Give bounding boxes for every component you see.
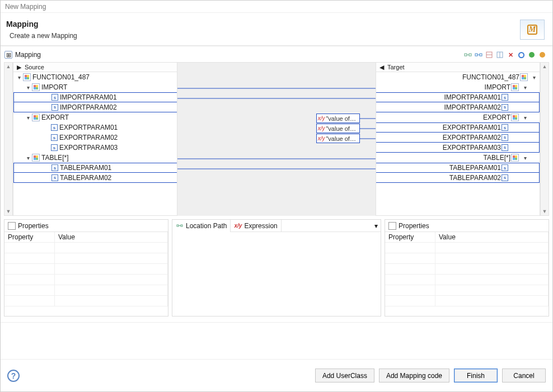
mapping-editor: ⊞ Mapping ✕ ▲▼ ▶ Source ▾FUNCTION01_487 … — [1, 46, 552, 323]
wizard-banner-icon: M — [520, 20, 545, 40]
svg-rect-17 — [177, 225, 179, 226]
cancel-button[interactable]: Cancel — [502, 369, 546, 382]
target-tree: ▾FUNCTION01_487 ▾IMPORT sIMPORTPARAM01 s… — [376, 72, 540, 216]
expression-icon: x/y — [234, 222, 242, 230]
col-value: Value — [435, 232, 549, 243]
target-import-param-1[interactable]: sIMPORTPARAM01 — [376, 92, 540, 102]
source-label: Source — [25, 64, 44, 70]
add-userclass-button[interactable]: Add UserClass — [315, 369, 374, 382]
source-properties-panel: Properties Property Value — [4, 219, 168, 317]
target-table-param-2[interactable]: sTABLEPARAM02 — [376, 173, 540, 183]
properties-icon — [8, 222, 16, 230]
target-export[interactable]: ▾EXPORT — [376, 112, 540, 122]
mapping-label: Mapping — [15, 51, 41, 59]
toolbar-action-3[interactable] — [485, 50, 494, 59]
mapping-icon: ⊞ — [4, 50, 13, 59]
window-titlebar: New Mapping — [1, 1, 552, 13]
mapping-canvas[interactable]: x/y"value of… x/y"value of… x/y"value of… — [177, 62, 376, 216]
toolbar-action-4[interactable] — [495, 50, 504, 59]
window-title: New Mapping — [5, 3, 46, 11]
source-export-param-2[interactable]: sEXPORTPARAM02 — [13, 133, 177, 143]
source-tree: ▾FUNCTION01_487 ▾IMPORT sIMPORTPARAM01 s… — [13, 72, 177, 216]
target-table[interactable]: ▾TABLE[*] — [376, 153, 540, 163]
source-export[interactable]: ▾EXPORT — [13, 112, 177, 122]
tab-location-path[interactable]: Location Path — [172, 220, 231, 232]
svg-rect-3 — [475, 54, 477, 56]
value-box-2[interactable]: x/y"value of… — [316, 124, 360, 133]
source-properties-table: Property Value — [4, 232, 168, 306]
page-subtitle: Create a new Mapping — [10, 32, 77, 40]
finish-button[interactable]: Finish — [454, 369, 498, 382]
target-panel: ◀ Target ▾FUNCTION01_487 ▾IMPORT sIMPORT… — [376, 62, 540, 216]
col-property: Property — [4, 232, 55, 243]
source-table[interactable]: ▾TABLE[*] — [13, 153, 177, 163]
page-title: Mapping — [6, 20, 77, 29]
tabbar: Location Path x/yExpression ▾ — [172, 220, 381, 232]
center-body — [172, 232, 381, 316]
target-header-icon: ◀ — [378, 64, 385, 70]
target-export-param-3[interactable]: sEXPORTPARAM03 — [376, 143, 540, 153]
mapping-toolbar: ⊞ Mapping ✕ — [4, 49, 549, 61]
toolbar-action-2[interactable] — [474, 50, 483, 59]
add-mapping-code-button[interactable]: Add Mapping code — [379, 369, 449, 382]
toolbar-status-orange-icon[interactable] — [538, 50, 547, 59]
help-button[interactable]: ? — [7, 370, 20, 382]
toolbar-delete-icon[interactable]: ✕ — [506, 50, 515, 59]
target-header: ◀ Target — [376, 62, 540, 72]
properties-title: Properties — [399, 222, 429, 230]
value-box-3[interactable]: x/y"value of… — [316, 134, 360, 143]
source-header: ▶ Source — [13, 62, 177, 72]
value-box-1[interactable]: x/y"value of… — [316, 114, 360, 123]
wizard-footer: ? Add UserClass Add Mapping code Finish … — [1, 359, 552, 391]
target-import-param-2[interactable]: sIMPORTPARAM02 — [376, 102, 540, 112]
location-path-icon — [176, 222, 184, 230]
source-import[interactable]: ▾IMPORT — [13, 82, 177, 92]
target-label: Target — [387, 64, 405, 70]
target-export-param-1[interactable]: sEXPORTPARAM01 — [376, 122, 540, 133]
tab-expression[interactable]: x/yExpression — [231, 220, 281, 232]
svg-rect-4 — [480, 54, 482, 56]
target-table-param-1[interactable]: sTABLEPARAM01 — [376, 163, 540, 173]
source-import-param-1[interactable]: sIMPORTPARAM01 — [13, 92, 177, 102]
toolbar-status-green-icon[interactable] — [527, 50, 536, 59]
toolbar-refresh-icon[interactable] — [517, 50, 526, 59]
col-value: Value — [55, 232, 168, 243]
properties-icon — [388, 222, 396, 230]
center-tabs-panel: Location Path x/yExpression ▾ — [172, 219, 381, 317]
target-import[interactable]: ▾IMPORT — [376, 82, 540, 92]
source-scrollbar[interactable]: ▲▼ — [4, 62, 13, 216]
source-header-icon: ▶ — [16, 64, 22, 70]
source-export-param-1[interactable]: sEXPORTPARAM01 — [13, 122, 177, 133]
svg-rect-1 — [469, 54, 471, 56]
tabbar-dropdown[interactable]: ▾ — [372, 222, 381, 230]
source-import-param-2[interactable]: sIMPORTPARAM02 — [13, 102, 177, 112]
source-root[interactable]: ▾FUNCTION01_487 — [13, 72, 177, 82]
svg-rect-18 — [181, 225, 182, 226]
target-properties-table: Property Value — [385, 232, 549, 306]
toolbar-action-1[interactable] — [463, 50, 472, 59]
source-table-param-1[interactable]: sTABLEPARAM01 — [13, 163, 177, 173]
source-table-param-2[interactable]: sTABLEPARAM02 — [13, 173, 177, 183]
target-export-param-2[interactable]: sEXPORTPARAM02 — [376, 133, 540, 143]
target-scrollbar[interactable]: ▲▼ — [540, 62, 549, 216]
properties-title: Properties — [18, 222, 49, 230]
wizard-header: Mapping Create a new Mapping M — [1, 13, 552, 45]
target-root[interactable]: ▾FUNCTION01_487 — [376, 72, 540, 82]
source-panel: ▶ Source ▾FUNCTION01_487 ▾IMPORT sIMPORT… — [13, 62, 177, 216]
source-export-param-3[interactable]: sEXPORTPARAM03 — [13, 143, 177, 153]
target-properties-panel: Properties Property Value — [385, 219, 549, 317]
svg-rect-0 — [465, 54, 467, 56]
col-property: Property — [385, 232, 435, 243]
